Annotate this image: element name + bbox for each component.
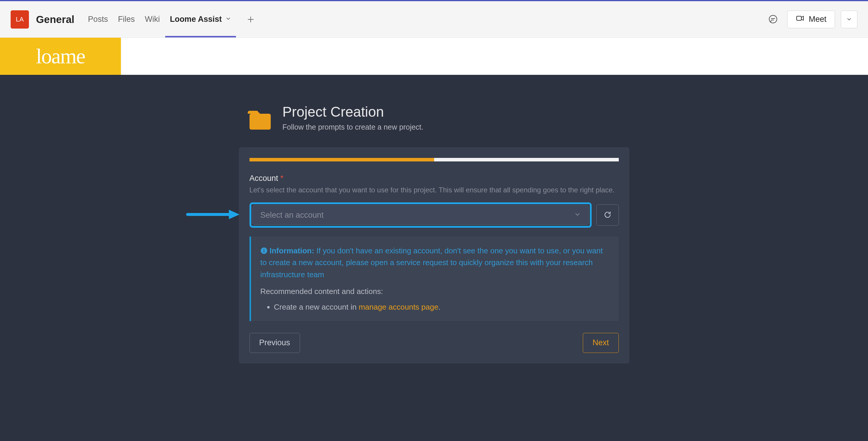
content-area: Project Creation Follow the prompts to c… — [0, 75, 868, 441]
info-label: Information: — [270, 246, 314, 255]
select-highlight-annotation: Select an account — [250, 202, 592, 228]
chat-icon[interactable] — [765, 11, 781, 28]
video-icon — [796, 14, 805, 25]
page-subtitle: Follow the prompts to create a new proje… — [283, 123, 424, 131]
list-item: Create a new account in manage accounts … — [274, 303, 609, 312]
select-placeholder: Select an account — [260, 211, 324, 220]
chevron-down-icon[interactable] — [225, 15, 231, 24]
teams-header: LA General Posts Files Wiki Loome Assist… — [0, 1, 868, 38]
tab-row: Posts Files Wiki Loome Assist — [83, 1, 257, 37]
tab-posts[interactable]: Posts — [83, 1, 113, 37]
chevron-down-icon — [574, 211, 581, 220]
channel-avatar: LA — [11, 10, 29, 29]
field-description: Let's select the account that you want t… — [250, 185, 619, 195]
refresh-button[interactable] — [596, 204, 619, 226]
previous-button[interactable]: Previous — [250, 333, 300, 353]
account-select[interactable]: Select an account — [252, 205, 589, 225]
info-box: Information: If you don't have an existi… — [250, 237, 619, 321]
progress-fill — [250, 158, 434, 162]
annotation-arrow — [185, 209, 241, 222]
info-icon — [260, 246, 270, 255]
wizard-container: Project Creation Follow the prompts to c… — [239, 105, 629, 364]
page-title: Project Creation — [283, 104, 424, 120]
svg-rect-6 — [264, 249, 264, 249]
banner-right — [121, 38, 868, 75]
svg-rect-2 — [250, 114, 271, 130]
rec-prefix: Create a new account in — [274, 303, 359, 311]
wizard-header: Project Creation Follow the prompts to c… — [239, 105, 629, 133]
field-label-text: Account — [250, 174, 278, 183]
info-text: Information: If you don't have an existi… — [260, 245, 609, 280]
meet-dropdown-button[interactable] — [841, 11, 857, 28]
logo-text: loame — [36, 44, 85, 69]
meet-button[interactable]: Meet — [787, 11, 835, 28]
field-label: Account * — [250, 174, 619, 183]
wizard-card: Account * Let's select the account that … — [239, 147, 629, 364]
tab-wiki[interactable]: Wiki — [140, 1, 164, 37]
recommended-list: Create a new account in manage accounts … — [274, 303, 609, 312]
progress-bar — [250, 158, 619, 162]
rec-suffix: . — [438, 303, 440, 311]
folder-icon — [247, 105, 274, 133]
refresh-icon — [603, 210, 612, 220]
wizard-nav: Previous Next — [250, 333, 619, 353]
tab-label: Loome Assist — [170, 15, 222, 24]
add-tab-button[interactable] — [245, 13, 257, 25]
manage-accounts-link[interactable]: manage accounts page — [359, 303, 438, 311]
channel-name: General — [36, 13, 74, 25]
meet-label: Meet — [809, 15, 827, 24]
select-row: Select an account — [250, 202, 619, 228]
next-button[interactable]: Next — [583, 333, 619, 353]
svg-rect-5 — [264, 250, 264, 252]
svg-rect-1 — [797, 16, 801, 20]
logo-box: loame — [0, 38, 121, 75]
app-banner: loame — [0, 38, 868, 75]
required-indicator: * — [280, 174, 284, 183]
tab-loome-assist[interactable]: Loome Assist — [165, 1, 236, 37]
tab-files[interactable]: Files — [113, 1, 140, 37]
recommended-label: Recommended content and actions: — [260, 287, 609, 296]
header-right: Meet — [765, 11, 857, 28]
